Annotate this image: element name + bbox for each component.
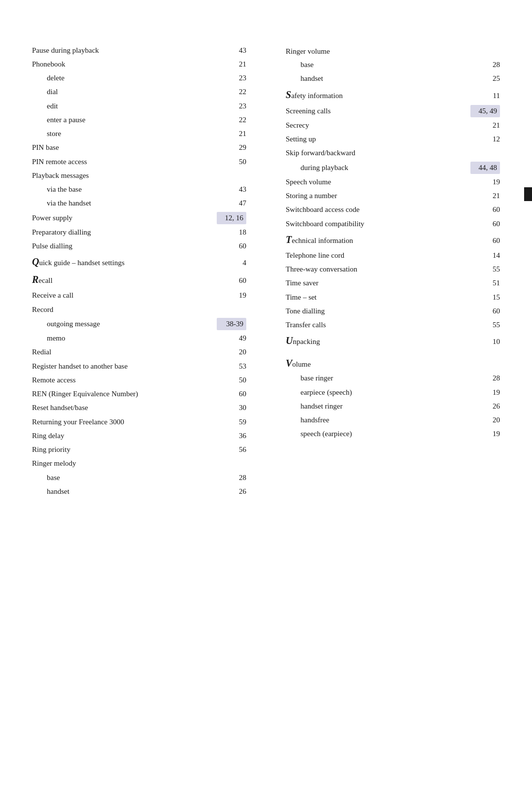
list-item: Preparatory dialling18 (32, 225, 246, 239)
entry-label: Redial (32, 346, 217, 358)
entry-page: 50 (217, 375, 246, 386)
entry-page: 22 (217, 114, 246, 126)
list-item: Ring priority56 (32, 443, 246, 457)
entry-label: Switchboard access code (286, 204, 470, 215)
entry-label: Tone dialling (286, 306, 470, 317)
list-item: earpiece (speech)19 (286, 385, 500, 399)
entry-page: 22 (217, 86, 246, 98)
list-item: Ringer melody (32, 457, 246, 471)
entry-label: memo (47, 333, 217, 344)
entry-label: Ring delay (32, 430, 217, 442)
entry-label: Unpacking (286, 333, 470, 348)
entry-page: 49 (217, 333, 246, 344)
right-index-column: Ringer volumebase28handset25Safety infor… (276, 43, 500, 499)
section-letter: R (32, 274, 38, 285)
list-item: delete23 (32, 71, 246, 85)
list-item: Pause during playback43 (32, 43, 246, 57)
entry-page: 23 (217, 72, 246, 84)
list-item: store21 (32, 127, 246, 141)
volume-label: Volume (286, 355, 500, 372)
entry-page: 36 (217, 430, 246, 442)
entry-page: 60 (470, 306, 500, 317)
entry-page: 18 (217, 227, 246, 238)
entry-page: 60 (470, 218, 500, 230)
entry-page: 21 (217, 128, 246, 139)
entry-label: Screening calls (286, 105, 470, 117)
ringer-volume-block: Ringer volumebase28handset25 (286, 45, 500, 86)
list-item: Skip forward/backward (286, 146, 500, 160)
list-item: handset25 (286, 72, 500, 86)
entry-label: REN (Ringer Equivalence Number) (32, 388, 217, 400)
entry-label: Transfer calls (286, 319, 470, 331)
entry-label: Speech volume (286, 176, 470, 188)
entry-label: Ringer melody (32, 458, 217, 469)
list-item: Time saver51 (286, 276, 500, 290)
list-item: speech (earpiece)19 (286, 427, 500, 441)
list-item: Switchboard access code60 (286, 203, 500, 217)
list-item: Three-way conversation55 (286, 263, 500, 276)
entry-page: 30 (217, 402, 246, 413)
entry-label: Technical information (286, 232, 470, 247)
list-item: Setting up12 (286, 133, 500, 146)
list-item: Redial20 (32, 345, 246, 359)
entry-label: store (47, 128, 217, 139)
entry-label: Skip forward/backward (286, 147, 470, 159)
entry-page: 10 (470, 336, 500, 347)
list-item: PIN base29 (32, 141, 246, 155)
list-item: Receive a call19 (32, 289, 246, 303)
entry-label: Time – set (286, 292, 470, 303)
list-item: Phonebook21 (32, 57, 246, 71)
section-letter: S (286, 89, 291, 100)
index-tab (524, 187, 532, 201)
entry-label: Setting up (286, 134, 470, 145)
entry-page: 12 (470, 134, 500, 145)
list-item: during playback44, 48 (286, 160, 500, 175)
list-item: Ring delay36 (32, 429, 246, 443)
entry-page: 11 (470, 90, 500, 102)
list-item: Playback messages (32, 169, 246, 182)
entry-page: 60 (217, 240, 246, 252)
entry-page: 44, 48 (470, 162, 500, 174)
list-item: Unpacking10 (286, 332, 500, 350)
entry-label: Pause during playback (32, 45, 217, 56)
list-item: enter a pause22 (32, 113, 246, 127)
entry-page: 60 (217, 388, 246, 400)
entry-page: 60 (470, 204, 500, 215)
list-item: base28 (32, 471, 246, 484)
list-item: Secrecy21 (286, 118, 500, 132)
entry-label: Record (32, 304, 217, 315)
entry-page: 12, 16 (217, 212, 246, 224)
entry-label: Storing a number (286, 190, 470, 202)
entry-label: PIN base (32, 142, 217, 153)
entry-label: enter a pause (47, 114, 217, 126)
list-item: PIN remote access50 (32, 155, 246, 169)
list-item: edit23 (32, 99, 246, 113)
list-item: Record (32, 303, 246, 316)
page-header (0, 0, 532, 14)
list-item: Technical information60 (286, 231, 500, 248)
list-item: Register handset to another base53 (32, 359, 246, 373)
entry-label: PIN remote access (32, 156, 217, 168)
list-item: memo49 (32, 332, 246, 345)
list-item: handset26 (32, 484, 246, 498)
list-item: via the handset47 (32, 197, 246, 210)
entry-page: 51 (470, 277, 500, 289)
entry-label: Power supply (32, 212, 217, 224)
entry-page: 20 (217, 346, 246, 358)
entry-page: 59 (217, 416, 246, 428)
entry-label: Telephone line cord (286, 250, 470, 261)
entry-page: 43 (217, 184, 246, 195)
left-index-column: Pause during playback43Phonebook21delete… (32, 43, 256, 499)
list-item: via the base43 (32, 183, 246, 197)
list-item: Remote access50 (32, 373, 246, 387)
entry-label: Playback messages (32, 170, 217, 181)
list-item: Storing a number21 (286, 189, 500, 203)
volume-block: Volumebase ringer28earpiece (speech)19ha… (286, 355, 500, 441)
list-item: Time – set15 (286, 290, 500, 304)
entry-label: via the handset (47, 198, 217, 209)
entry-label: Secrecy (286, 120, 470, 131)
entry-page: 28 (217, 472, 246, 483)
list-item: handsfree20 (286, 413, 500, 427)
entry-page: 21 (217, 59, 246, 70)
section-letter: U (286, 335, 293, 346)
